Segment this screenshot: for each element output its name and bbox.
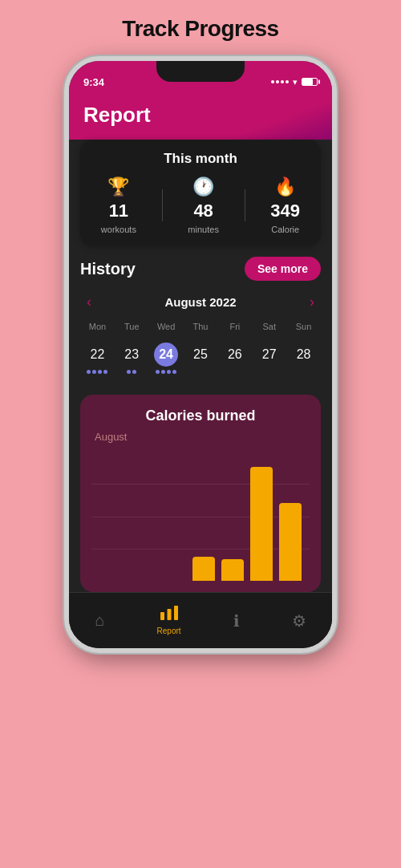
day-sat: Sat [252,320,286,333]
chart-bar [192,557,215,581]
calendar-day-names: Mon Tue Wed Thu Fri Sat Sun [80,320,321,333]
minutes-label: minutes [188,225,219,234]
svg-rect-2 [174,606,178,620]
phone-shell: 9:34 ▾ Report This month 🏆 11 [64,56,337,653]
battery-icon [302,78,318,86]
calendar-date-cell[interactable]: 23 [115,338,149,379]
calendar-month: August 2022 [164,295,236,309]
nav-home[interactable]: ⌂ [95,611,104,630]
bottom-nav: ⌂ Report ℹ ⚙ [69,592,332,648]
calories-value: 349 [270,201,300,221]
calendar-date-cell[interactable]: 26 [217,338,252,379]
chart-bar [221,559,244,581]
trophy-icon: 🏆 [107,176,129,197]
nav-report[interactable]: Report [157,606,181,635]
clock-icon: 🕐 [192,176,214,197]
activity-dots [156,370,176,374]
minutes-value: 48 [193,201,213,221]
stats-row: 🏆 11 workouts 🕐 48 minutes 🔥 349 Calorie [88,176,313,234]
calendar-date-cell[interactable]: 27 [252,338,286,379]
svg-rect-1 [167,609,171,620]
settings-icon: ⚙ [292,611,306,631]
calendar-date-number: 26 [223,343,247,367]
calendar-date-number: 25 [188,343,213,367]
divider-1 [162,189,163,221]
stat-minutes: 🕐 48 minutes [188,176,219,234]
history-section: History See more ‹ August 2022 › Mon Tue… [69,245,332,387]
chart-area [91,452,310,581]
this-month-card: This month 🏆 11 workouts 🕐 48 minutes 🔥 … [80,140,321,245]
status-time: 9:34 [83,76,104,88]
day-wed: Wed [149,320,184,333]
calories-chart-title: Calories burned [91,408,310,424]
calories-card: Calories burned August [80,395,321,592]
prev-month-button[interactable]: ‹ [80,292,98,312]
page-title: Track Progress [122,16,278,42]
this-month-title: This month [88,151,313,167]
calendar-date-number: 27 [257,343,282,367]
calendar-date-number: 24 [154,343,178,367]
main-content: This month 🏆 11 workouts 🕐 48 minutes 🔥 … [69,140,332,648]
activity-dots [127,370,136,374]
workouts-label: workouts [101,225,136,234]
calendar-date-number: 22 [85,343,109,367]
home-icon: ⌂ [95,611,104,630]
day-mon: Mon [80,320,115,333]
chart-bar [250,467,273,582]
calories-label: Calorie [271,225,299,234]
see-more-button[interactable]: See more [245,257,321,281]
nav-settings[interactable]: ⚙ [292,611,306,631]
calendar-date-cell[interactable]: 22 [80,338,115,379]
report-icon [160,606,178,624]
activity-dots [87,370,107,374]
calendar-date-cell[interactable]: 28 [286,338,321,379]
stat-calories: 🔥 349 Calorie [270,176,300,234]
day-tue: Tue [115,320,149,333]
calendar-dates: 22232425262728 [80,338,321,379]
info-icon: ℹ [233,611,240,631]
report-heading: Report [83,103,151,127]
day-fri: Fri [217,320,252,333]
stat-workouts: 🏆 11 workouts [101,176,136,234]
calendar-nav: ‹ August 2022 › [80,292,321,312]
divider-2 [245,189,245,221]
status-bar: 9:34 ▾ [69,61,332,96]
history-label: History [80,260,136,278]
next-month-button[interactable]: › [303,292,321,312]
chart-bar [279,503,302,582]
status-icons: ▾ [271,77,318,87]
calendar-date-cell[interactable]: 25 [184,338,218,379]
history-header: History See more [80,257,321,281]
calories-chart-subtitle: August [95,431,310,443]
calendar-date-number: 28 [292,343,316,367]
calendar-date-number: 23 [119,343,144,367]
nav-info[interactable]: ℹ [233,611,240,631]
nav-report-label: Report [157,627,181,635]
day-thu: Thu [184,320,218,333]
wifi-icon: ▾ [293,77,298,87]
svg-rect-0 [160,612,164,620]
fire-icon: 🔥 [274,176,296,197]
notch [156,61,245,82]
calendar-date-cell[interactable]: 24 [149,338,184,379]
workouts-value: 11 [109,201,128,221]
day-sun: Sun [286,320,321,333]
signal-icon [271,80,289,83]
